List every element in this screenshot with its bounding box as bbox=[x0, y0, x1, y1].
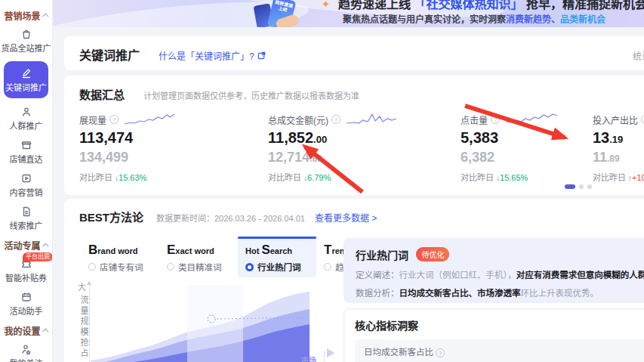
metric-label: 展现量 bbox=[79, 113, 106, 126]
chevron-up-icon bbox=[42, 328, 48, 334]
section-header-label: 我的设置 bbox=[4, 324, 40, 337]
sidebar-item-label: 我的关注 bbox=[10, 357, 43, 362]
sidebar-item-audience[interactable]: 人群推广 bbox=[0, 106, 52, 131]
help-link-label: 什么是「关键词推广」? bbox=[159, 51, 254, 62]
banner-headline: 趋势速递上线 「社交媒体热知识」 抢早，精准捕捉新机会 bbox=[338, 0, 644, 12]
summary-title: 数据汇总 bbox=[79, 86, 125, 102]
metric-label: 投入产出比 bbox=[593, 113, 638, 126]
sidebar-item-shop-direct[interactable]: 店铺直达 bbox=[0, 139, 52, 165]
banner-headline-highlight: 「社交媒体热知识」 bbox=[414, 0, 522, 11]
core-metric-label: 日均成交新客占比 ? bbox=[364, 345, 644, 357]
sidebar-item-leads[interactable]: 线索推广 bbox=[0, 206, 52, 231]
banner-subline: 聚焦热点话题与用户真实讨论，实时洞察消费新趋势、品类新机会 bbox=[343, 12, 605, 25]
metric-impressions: 展现量? 113,474 134,499 对比昨日 ↓15.63% bbox=[79, 112, 177, 183]
insight-data-analysis: 数据分析：日均成交新客占比、市场渗透率环比上升表现优秀。 bbox=[356, 286, 644, 299]
metric-value: 11,852.00 bbox=[268, 129, 399, 147]
sidebar-item-label: 货品全站推广 bbox=[2, 42, 51, 54]
sparkle-icon: ✦ bbox=[322, 0, 330, 10]
pagination-dot-active[interactable] bbox=[565, 184, 575, 189]
tab-sub-label: 类目精准词 bbox=[178, 261, 222, 273]
banner-subline-pre: 聚焦热点话题与用户真实讨论，实时洞察 bbox=[343, 14, 506, 25]
banner-headline-pre: 趋势速递上线 bbox=[338, 0, 414, 11]
user-icon bbox=[20, 106, 32, 118]
app-window: 趋势速递上线 ✦ 趋势速递上线 「社交媒体热知识」 抢早，精准捕捉新机会 聚焦热… bbox=[0, 0, 644, 362]
sidebar-item-fullsite[interactable]: 货品全站推广 bbox=[0, 28, 52, 54]
bag-icon bbox=[20, 28, 32, 40]
promo-banner[interactable]: 趋势速递上线 ✦ 趋势速递上线 「社交媒体热知识」 抢早，精准捕捉新机会 聚焦热… bbox=[53, 0, 644, 27]
help-icon[interactable]: ? bbox=[331, 115, 340, 124]
radio-icon[interactable] bbox=[88, 263, 96, 271]
banner-headline-post: 抢早，精准捕捉新机会 bbox=[522, 0, 644, 11]
section-header-label: 活动专属 bbox=[4, 239, 40, 252]
sidebar-item-content[interactable]: 内容营销 bbox=[0, 172, 52, 198]
metric-value: 13.19 bbox=[593, 129, 644, 147]
carousel-pagination bbox=[565, 184, 592, 189]
metric-compare: 对比昨日 ↓15.63% bbox=[79, 171, 177, 183]
sidebar-item-my-follow[interactable]: 我的关注 bbox=[0, 343, 52, 362]
sidebar-item-label: 关键词推广 bbox=[5, 81, 47, 93]
pen-icon bbox=[20, 67, 32, 79]
play-icon bbox=[20, 172, 32, 184]
pagination-dot[interactable] bbox=[579, 184, 584, 189]
sidebar-item-label: 人群推广 bbox=[10, 119, 43, 131]
metric-label: 总成交金额(元) bbox=[268, 113, 328, 126]
sidebar-item-smart-coupon[interactable]: 平台出资 智能补贴券 bbox=[0, 258, 52, 283]
help-icon[interactable]: ? bbox=[641, 115, 644, 124]
platform-funded-badge: 平台出资 bbox=[23, 252, 53, 261]
sidebar-item-keyword[interactable]: 关键词推广 bbox=[4, 61, 48, 98]
tab-hot-search[interactable]: Hot Search 行业热门词 bbox=[238, 237, 316, 277]
y-axis-label: 流量规模抢占 bbox=[78, 295, 90, 359]
pagination-dot[interactable] bbox=[587, 184, 592, 189]
metric-label: 点击量 bbox=[461, 113, 488, 126]
sparkline bbox=[347, 112, 399, 127]
banner-subline-hl1: 消费新趋势、 bbox=[506, 14, 560, 25]
sidebar-section-marketing[interactable]: 营销场景 bbox=[0, 9, 52, 22]
guide-dashed-line bbox=[324, 351, 325, 362]
to-optimize-badge: 待优化 bbox=[416, 247, 449, 261]
radio-selected-icon[interactable] bbox=[245, 263, 254, 271]
hot-word-insight-panel: 行业热门词 待优化 定义阐述：行业大词（例如口红、手机），对应有消费需求但意向模… bbox=[344, 238, 644, 303]
page-title: 关键词推广 bbox=[79, 45, 140, 63]
insight-title: 行业热门词 bbox=[356, 247, 408, 262]
radio-icon[interactable] bbox=[324, 263, 331, 271]
sidebar-item-label: 店铺直达 bbox=[10, 153, 43, 165]
help-icon[interactable]: ? bbox=[436, 348, 445, 357]
sidebar-section-activity[interactable]: 活动专属 bbox=[0, 239, 52, 252]
best-methodology-card: BEST方法论 数据更新时间：2026.03.26 - 2026.04.01 查… bbox=[64, 199, 644, 362]
what-is-keyword-link[interactable]: 什么是「关键词推广」? bbox=[159, 49, 266, 62]
chevron-up-icon bbox=[42, 13, 48, 19]
metric-roi: 投入产出比? 13.19 11.89 对比昨日 ↑+10.93% bbox=[593, 112, 644, 183]
metric-compare: 对比昨日 ↑+10.93% bbox=[593, 171, 644, 183]
metric-compare: 对比昨日 ↓15.65% bbox=[461, 171, 559, 183]
data-update-time: 数据更新时间：2026.03.26 - 2026.04.01 bbox=[156, 212, 305, 224]
tab-exact-word[interactable]: Exact word 类目精准词 bbox=[159, 237, 238, 277]
help-icon[interactable]: ? bbox=[491, 115, 500, 124]
shop-icon bbox=[20, 139, 32, 151]
metric-prev-value: 11.89 bbox=[593, 150, 644, 166]
metric-compare: 对比昨日 ↓6.79% bbox=[268, 171, 399, 183]
help-icon[interactable]: ? bbox=[109, 115, 119, 124]
tab-sub-label: 店铺专有词 bbox=[100, 261, 143, 273]
data-summary-card: 数据汇总 计划管理页面数据仅供参考，历史推广数据以报表数据为准 展现量? 113… bbox=[64, 76, 644, 195]
metric-value: 5,383 bbox=[461, 129, 559, 147]
sidebar-section-settings[interactable]: 我的设置 bbox=[0, 324, 52, 337]
metric-prev-value: 12,714.80 bbox=[268, 150, 399, 166]
sparkline bbox=[125, 112, 177, 127]
sidebar-item-label: 智能补贴券 bbox=[5, 271, 47, 283]
radio-icon[interactable] bbox=[167, 263, 174, 271]
sidebar-item-label: 活动助手 bbox=[10, 305, 43, 317]
axis-max-label: 大 bbox=[78, 280, 86, 292]
sidebar-item-label: 内容营销 bbox=[10, 186, 43, 198]
calendar-icon bbox=[20, 291, 32, 303]
traffic-chart: 大 流量规模抢占 市场流量 店铺流量 bbox=[75, 280, 324, 362]
view-more-data-link[interactable]: 查看更多数据 > bbox=[315, 211, 377, 224]
metric-prev-value: 134,499 bbox=[79, 150, 177, 166]
sidebar: 营销场景 货品全站推广 关键词推广 人群推广 店铺直达 内容营销 线索推广 bbox=[0, 0, 53, 362]
sidebar-item-activity-helper[interactable]: 活动助手 bbox=[0, 291, 52, 317]
core-title: 核心指标洞察 bbox=[355, 317, 644, 333]
tab-brand-word[interactable]: Brand word 店铺专有词 bbox=[81, 237, 159, 277]
y-axis-line bbox=[89, 283, 90, 362]
sidebar-item-label: 线索推广 bbox=[10, 219, 43, 231]
user-star-icon bbox=[20, 343, 32, 355]
file-icon bbox=[20, 206, 32, 218]
